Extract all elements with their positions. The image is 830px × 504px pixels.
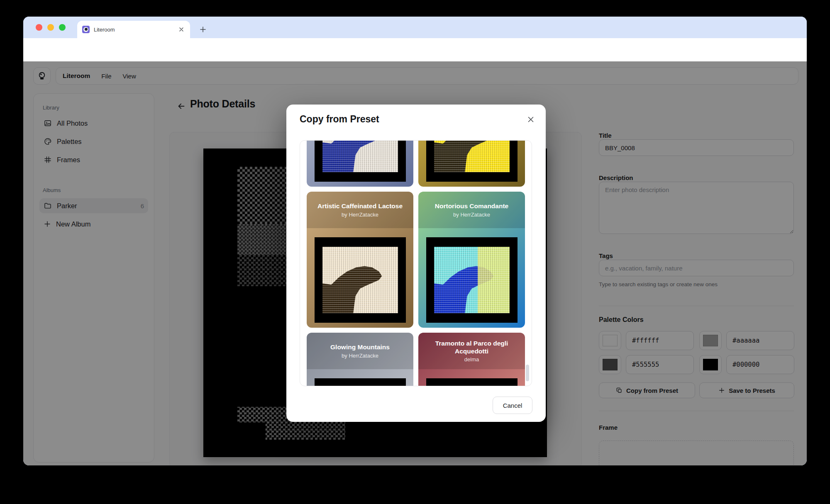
close-window-button[interactable] xyxy=(36,24,42,31)
browser-toolbar: literoom.app/albums/co_z8PnJsPf5tKwxt3pa… xyxy=(23,38,807,61)
preset-card-header: Artistic Caffeinated Lactose by HerrZata… xyxy=(307,192,413,228)
modal-close-icon[interactable] xyxy=(525,114,537,125)
preset-card-header: Nortorious Comandante by HerrZatacke xyxy=(418,192,525,228)
screenshot-stage: Literoom xyxy=(0,0,830,504)
preset-card-tramonto-al-parco[interactable]: Tramonto al Parco degli Acquedotti delma xyxy=(418,333,525,386)
browser-tab[interactable]: Literoom xyxy=(77,21,190,38)
scrollbar-thumb[interactable] xyxy=(526,365,529,381)
cancel-button[interactable]: Cancel xyxy=(493,397,532,414)
literoom-favicon xyxy=(82,26,90,33)
cancel-label: Cancel xyxy=(503,402,522,409)
window-controls xyxy=(36,24,66,31)
preset-framed-image xyxy=(426,140,518,182)
preset-author: by HerrZatacke xyxy=(342,212,378,218)
preset-framed-image xyxy=(426,378,518,386)
preset-framed-image xyxy=(315,237,406,323)
preset-card-header: Tramonto al Parco degli Acquedotti delma xyxy=(418,333,525,369)
preset-author: by HerrZatacke xyxy=(453,212,490,218)
tab-title: Literoom xyxy=(94,27,173,33)
preset-title: Tramonto al Parco degli Acquedotti xyxy=(423,339,520,355)
preset-framed-image xyxy=(315,140,406,182)
browser-window: Literoom xyxy=(23,17,807,465)
browser-tabstrip: Literoom xyxy=(23,17,807,38)
preset-card[interactable] xyxy=(418,140,525,187)
zoom-window-button[interactable] xyxy=(59,24,66,31)
preset-title: Nortorious Comandante xyxy=(435,202,508,210)
preset-grid: Artistic Caffeinated Lactose by HerrZata… xyxy=(300,140,532,386)
preset-card-header: Glowing Mountains by HerrZatacke xyxy=(307,333,413,369)
preset-title: Artistic Caffeinated Lactose xyxy=(317,202,403,210)
preset-framed-image xyxy=(426,237,518,323)
copy-from-preset-modal: Copy from Preset xyxy=(286,105,546,422)
preset-author: by HerrZatacke xyxy=(342,353,378,359)
modal-title: Copy from Preset xyxy=(300,114,379,125)
preset-framed-image xyxy=(315,378,406,386)
preset-card-glowing-mountains[interactable]: Glowing Mountains by HerrZatacke xyxy=(307,333,413,386)
preset-card[interactable] xyxy=(307,140,413,187)
new-tab-button[interactable] xyxy=(197,23,209,36)
tab-close-icon[interactable] xyxy=(178,26,185,33)
preset-scroll-area[interactable]: Artistic Caffeinated Lactose by HerrZata… xyxy=(300,140,532,386)
preset-author: delma xyxy=(464,356,479,363)
literoom-page: Literoom File View Library All Photos xyxy=(23,61,807,465)
preset-card-nortorious-comandante[interactable]: Nortorious Comandante by HerrZatacke xyxy=(418,192,525,328)
preset-card-artistic-caffeinated-lactose[interactable]: Artistic Caffeinated Lactose by HerrZata… xyxy=(307,192,413,328)
preset-title: Glowing Mountains xyxy=(330,343,390,351)
minimize-window-button[interactable] xyxy=(47,24,54,31)
